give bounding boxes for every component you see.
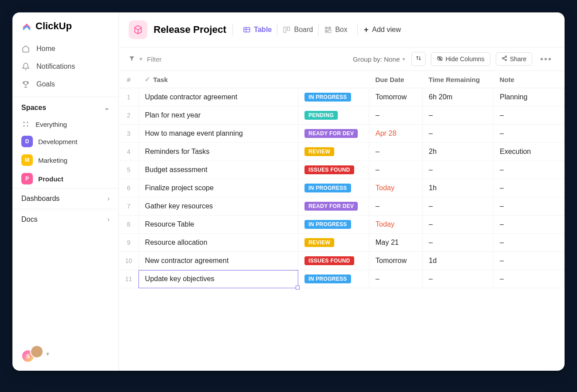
hide-columns-button[interactable]: Hide Columns: [431, 52, 490, 66]
task-cell[interactable]: New contractor agreement: [138, 252, 298, 270]
task-cell[interactable]: Resource allocation: [138, 234, 298, 252]
col-time[interactable]: Time Remaining: [423, 71, 494, 88]
avatar[interactable]: [30, 345, 43, 358]
time-cell[interactable]: –: [423, 234, 494, 252]
due-cell[interactable]: Apr 28: [369, 125, 423, 143]
due-cell[interactable]: Today: [369, 216, 423, 234]
status-cell[interactable]: IN PROGRESS: [298, 216, 369, 234]
row-number: 11: [119, 270, 138, 288]
time-cell[interactable]: 2h: [423, 143, 494, 161]
share-button[interactable]: Share: [496, 52, 532, 66]
nav-home[interactable]: Home: [12, 40, 119, 58]
filter-button[interactable]: ▼ Filter: [129, 55, 162, 63]
note-cell[interactable]: –: [494, 197, 565, 216]
task-cell[interactable]: Update contractor agreement: [138, 88, 298, 106]
status-cell[interactable]: PENDING: [298, 106, 369, 125]
caret-down-icon: ▼: [402, 57, 406, 62]
view-tab-box[interactable]: Box: [320, 24, 351, 36]
note-cell[interactable]: –: [494, 270, 565, 288]
table-row[interactable]: 7 Gather key resources READY FOR DEV – –…: [119, 197, 565, 216]
sidebar-item-everything[interactable]: Everything: [12, 116, 119, 132]
col-task[interactable]: ✓ Task: [138, 71, 298, 88]
table-row[interactable]: 4 Reminders for Tasks REVIEW – 2h Execut…: [119, 143, 565, 161]
table-row[interactable]: 10 New contractor agreement ISSUES FOUND…: [119, 252, 565, 270]
groupby-selector[interactable]: Group by: None ▼: [353, 55, 406, 63]
time-cell[interactable]: –: [423, 106, 494, 125]
table-row[interactable]: 11 Update key objectives IN PROGRESS – –…: [119, 270, 565, 288]
due-cell[interactable]: –: [369, 161, 423, 179]
due-cell[interactable]: –: [369, 197, 423, 216]
status-cell[interactable]: ISSUES FOUND: [298, 161, 369, 179]
due-cell[interactable]: Tomorrow: [369, 252, 423, 270]
status-cell[interactable]: REVIEW: [298, 234, 369, 252]
time-cell[interactable]: –: [423, 216, 494, 234]
task-cell[interactable]: Plan for next year: [138, 106, 298, 125]
task-cell[interactable]: How to manage event planning: [138, 125, 298, 143]
sidebar-space-product[interactable]: P Product: [12, 169, 119, 188]
status-cell[interactable]: IN PROGRESS: [298, 88, 369, 106]
col-due[interactable]: Due Date: [369, 71, 423, 88]
note-cell[interactable]: Execution: [494, 143, 565, 161]
sidebar-space-marketing[interactable]: M Marketing: [12, 151, 119, 169]
sidebar-space-development[interactable]: D Development: [12, 132, 119, 151]
view-tab-table[interactable]: Table: [239, 24, 276, 36]
task-cell[interactable]: Finalize project scope: [138, 179, 298, 197]
due-cell[interactable]: Today: [369, 179, 423, 197]
table-row[interactable]: 9 Resource allocation REVIEW May 21 – –: [119, 234, 565, 252]
note-cell[interactable]: –: [494, 125, 565, 143]
sort-button[interactable]: [411, 52, 426, 66]
task-cell[interactable]: Resource Table: [138, 216, 298, 234]
nav-goals[interactable]: Goals: [12, 75, 119, 93]
note-cell[interactable]: Planning: [494, 88, 565, 106]
table-row[interactable]: 1 Update contractor agreement IN PROGRES…: [119, 88, 565, 106]
nav-notifications[interactable]: Notifications: [12, 58, 119, 75]
task-cell[interactable]: Budget assessment: [138, 161, 298, 179]
due-cell[interactable]: Tomorrow: [369, 88, 423, 106]
user-avatars[interactable]: S ▼: [12, 337, 119, 371]
col-note[interactable]: Note: [494, 71, 565, 88]
table-row[interactable]: 2 Plan for next year PENDING – – –: [119, 106, 565, 125]
time-cell[interactable]: 1h: [423, 179, 494, 197]
status-cell[interactable]: READY FOR DEV: [298, 125, 369, 143]
task-cell[interactable]: Update key objectives: [138, 270, 298, 288]
time-cell[interactable]: –: [423, 197, 494, 216]
time-cell[interactable]: –: [423, 161, 494, 179]
time-cell[interactable]: 1d: [423, 252, 494, 270]
status-cell[interactable]: IN PROGRESS: [298, 179, 369, 197]
note-cell[interactable]: –: [494, 179, 565, 197]
logo[interactable]: ClickUp: [12, 12, 119, 36]
more-menu-button[interactable]: •••: [537, 54, 555, 64]
space-badge-icon: P: [21, 173, 33, 184]
note-cell[interactable]: –: [494, 252, 565, 270]
note-cell[interactable]: –: [494, 216, 565, 234]
main-content: Release Project TableBoardBox + Add view…: [119, 12, 565, 371]
status-cell[interactable]: REVIEW: [298, 143, 369, 161]
due-cell[interactable]: –: [369, 143, 423, 161]
col-number[interactable]: #: [119, 71, 138, 88]
due-cell[interactable]: –: [369, 270, 423, 288]
due-cell[interactable]: –: [369, 106, 423, 125]
task-cell[interactable]: Reminders for Tasks: [138, 143, 298, 161]
sidebar-docs[interactable]: Docs ›: [12, 209, 119, 230]
table-row[interactable]: 6 Finalize project scope IN PROGRESS Tod…: [119, 179, 565, 197]
task-cell[interactable]: Gather key resources: [138, 197, 298, 216]
due-cell[interactable]: May 21: [369, 234, 423, 252]
table-row[interactable]: 3 How to manage event planning READY FOR…: [119, 125, 565, 143]
status-cell[interactable]: IN PROGRESS: [298, 270, 369, 288]
spaces-header[interactable]: Spaces ⌄: [12, 97, 119, 116]
note-cell[interactable]: –: [494, 106, 565, 125]
note-cell[interactable]: –: [494, 234, 565, 252]
sidebar-dashboards[interactable]: Dashboards ›: [12, 188, 119, 209]
note-cell[interactable]: –: [494, 161, 565, 179]
view-tab-board[interactable]: Board: [279, 24, 316, 36]
col-status[interactable]: [298, 71, 369, 88]
time-cell[interactable]: –: [423, 125, 494, 143]
status-cell[interactable]: ISSUES FOUND: [298, 252, 369, 270]
row-number: 2: [119, 106, 138, 125]
table-row[interactable]: 5 Budget assessment ISSUES FOUND – – –: [119, 161, 565, 179]
status-cell[interactable]: READY FOR DEV: [298, 197, 369, 216]
time-cell[interactable]: 6h 20m: [423, 88, 494, 106]
table-row[interactable]: 8 Resource Table IN PROGRESS Today – –: [119, 216, 565, 234]
add-view-button[interactable]: + Add view: [364, 25, 401, 35]
time-cell[interactable]: –: [423, 270, 494, 288]
